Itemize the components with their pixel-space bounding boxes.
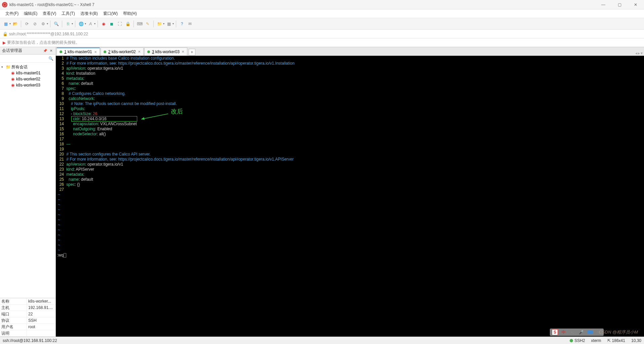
panel-close-icon[interactable]: ✕	[49, 48, 53, 53]
hint-text: 要添加当前会话，点击左侧的箭头按钮。	[7, 40, 80, 45]
copy-button[interactable]: ⎘	[64, 20, 72, 28]
ime-overlay: S 中 •, 🎤 ⌨ ⋯	[550, 329, 604, 336]
empty-line: ~	[56, 197, 644, 202]
code-line: 26 spec: {}	[56, 182, 644, 187]
prop-row: 说明	[0, 330, 55, 337]
empty-line: ~	[56, 202, 644, 207]
new-session-button[interactable]: ▦	[2, 20, 9, 28]
stop-button[interactable]: ◼	[108, 20, 115, 28]
tab-close-icon[interactable]: ✕	[182, 50, 184, 54]
prop-row: 主机192.168.91....	[0, 305, 55, 311]
info-button[interactable]: ✉	[186, 20, 194, 28]
status-dot-icon	[60, 50, 62, 53]
status-extra: 10,30	[631, 338, 641, 343]
menu-item[interactable]: 文件(F)	[3, 9, 21, 18]
keyboard-button[interactable]: ⌨	[136, 20, 143, 28]
tab-close-icon[interactable]: ✕	[94, 50, 97, 54]
folder-button[interactable]: 📁	[156, 20, 163, 28]
menu-item[interactable]: 查看(V)	[40, 9, 59, 18]
tab-next-icon[interactable]: ▸	[638, 51, 640, 56]
command-line[interactable]: :wq	[56, 253, 644, 258]
empty-line: ~	[56, 243, 644, 248]
empty-line: ~	[56, 248, 644, 253]
record-button[interactable]: ◉	[100, 20, 107, 28]
maximize-button[interactable]: ▢	[614, 1, 624, 8]
ime-cn-icon[interactable]: 中	[561, 329, 567, 335]
close-button[interactable]: ✕	[631, 1, 641, 8]
session-manager-panel: 会话管理器 📌 ✕ 🔍 ▾📁所有会话◉k8s-master01◉k8s-work…	[0, 47, 56, 337]
code-line: 6 name: default	[56, 81, 644, 86]
pin-icon[interactable]: 📌	[43, 48, 47, 53]
expand-button[interactable]: ⛶	[116, 20, 123, 28]
status-size: ⇱ 186x41	[607, 338, 625, 343]
code-line: 2 # For more information, see: https://p…	[56, 61, 644, 66]
reconnect-button[interactable]: ⟳	[23, 20, 31, 28]
layout-button[interactable]: ▦	[165, 20, 173, 28]
code-line: 18 ---	[56, 142, 644, 147]
ime-voice-icon[interactable]: 🎤	[578, 329, 584, 335]
tab[interactable]: 2 k8s-worker02✕	[101, 47, 144, 56]
tab-close-icon[interactable]: ✕	[138, 50, 141, 54]
menu-item[interactable]: 选项卡(B)	[78, 9, 101, 18]
code-line: 23 kind: APIServer	[56, 167, 644, 172]
code-line: 5 metadata:	[56, 76, 644, 81]
title-bar: k8s-master01 - root@k8s-master01:~ - Xsh…	[0, 0, 644, 9]
help-button[interactable]: ?	[178, 20, 186, 28]
tree-session[interactable]: ◉k8s-worker02	[5, 76, 55, 82]
ime-keyboard-icon[interactable]: ⌨	[587, 329, 593, 335]
tab[interactable]: 3 k8s-worker03✕	[144, 47, 187, 56]
code-line: 13 cidr: 10.244.0.0/16	[56, 116, 644, 122]
ime-sogou-icon[interactable]: S	[552, 329, 558, 335]
terminal[interactable]: 1 # This section includes base Calico in…	[56, 56, 644, 337]
flag-icon: ▶	[3, 40, 6, 45]
prop-row: 端口22	[0, 311, 55, 317]
hint-bar: ▶ 要添加当前会话，点击左侧的箭头按钮。	[0, 38, 644, 47]
code-line: 10 # Note: The ipPools section cannot be…	[56, 101, 644, 106]
address-bar[interactable]: 🔒 ssh://root:***************@192.168.91.…	[0, 30, 644, 38]
empty-line: ~	[56, 207, 644, 212]
code-line: 19	[56, 147, 644, 152]
status-term: xterm	[591, 338, 601, 343]
minimize-button[interactable]: —	[598, 1, 608, 8]
open-button[interactable]: 📂	[11, 20, 19, 28]
code-line: 17	[56, 137, 644, 142]
props-button[interactable]: ⚙	[39, 20, 47, 28]
properties-table: 名称k8s-worker...主机192.168.91....端口22协议SSH…	[0, 298, 55, 337]
panel-search[interactable]: 🔍	[0, 55, 55, 63]
tree-session[interactable]: ◉k8s-master01	[5, 70, 55, 76]
code-line: 25 name: default	[56, 177, 644, 182]
code-line: 14 encapsulation: VXLANCrossSubnet	[56, 122, 644, 127]
prop-row: 用户名root	[0, 324, 55, 330]
prop-row: 名称k8s-worker...	[0, 298, 55, 305]
code-line: 22 apiVersion: operator.tigera.io/v1	[56, 162, 644, 167]
ime-punct-icon[interactable]: •,	[569, 329, 575, 335]
add-tab-button[interactable]: +	[189, 49, 195, 56]
empty-line: ~	[56, 238, 644, 243]
disconnect-button[interactable]: ⊘	[31, 20, 39, 28]
menu-item[interactable]: 窗口(W)	[101, 9, 120, 18]
code-line: 1 # This section includes base Calico in…	[56, 56, 644, 61]
code-line: 12 - blockSize: 26	[56, 111, 644, 116]
menu-item[interactable]: 帮助(H)	[120, 9, 140, 18]
code-line: 16 nodeSelector: all()	[56, 132, 644, 137]
status-ssh: SSH2	[570, 338, 585, 343]
menu-item[interactable]: 工具(T)	[59, 9, 77, 18]
cursor	[64, 253, 66, 257]
tab-prev-icon[interactable]: ◂	[635, 51, 637, 56]
tree-session[interactable]: ◉k8s-worker03	[5, 82, 55, 88]
code-line: 7 spec:	[56, 86, 644, 91]
highlight-button[interactable]: ✎	[144, 20, 151, 28]
code-line: 15 natOutgoing: Enabled	[56, 127, 644, 132]
tree-root[interactable]: ▾📁所有会话	[1, 64, 55, 70]
font-button[interactable]: A	[87, 20, 94, 28]
globe-button[interactable]: 🌐	[77, 20, 85, 28]
tab[interactable]: 1 k8s-master01✕	[56, 47, 100, 56]
toolbar: ▦▾ 📂 ⟳ ⊘ ⚙▾ 🔍 ⎘▾ 🌐▾ A▾ ◉ ◼ ⛶ 🔒 ⌨ ✎ 📁▾ ▦▾…	[0, 18, 644, 30]
editor-panel: 1 k8s-master01✕2 k8s-worker02✕3 k8s-work…	[56, 47, 644, 337]
address-url: ssh://root:***************@192.168.91.10…	[9, 32, 88, 36]
search-button[interactable]: 🔍	[52, 20, 60, 28]
tab-list-icon[interactable]: ▾	[641, 51, 643, 56]
menu-item[interactable]: 编辑(E)	[21, 9, 40, 18]
lock-button[interactable]: 🔒	[124, 20, 131, 28]
lock-icon: 🔒	[3, 32, 8, 36]
